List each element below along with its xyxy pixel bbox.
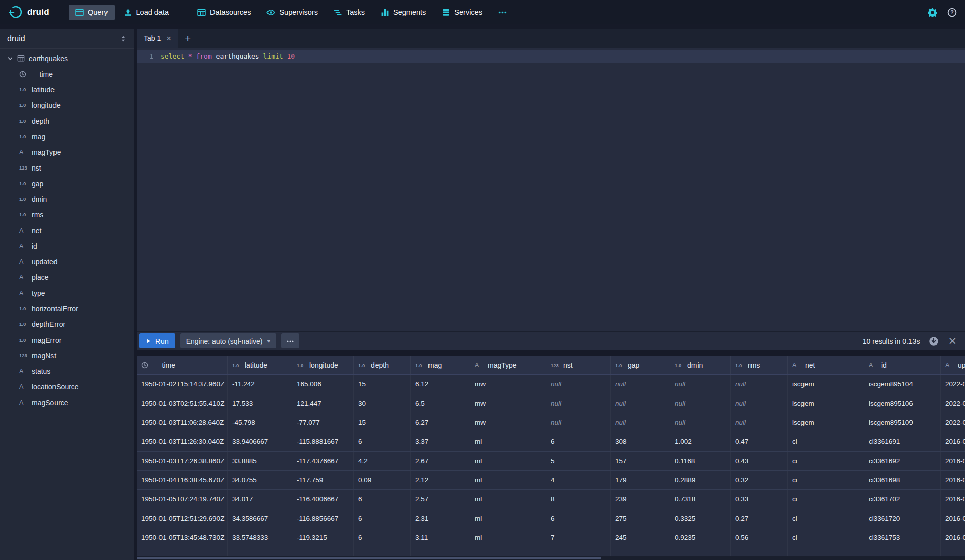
table-cell[interactable] [941, 547, 965, 556]
table-cell[interactable]: 17.533 [228, 394, 292, 413]
table-cell[interactable]: 1950-01-03T17:26:38.860Z [137, 452, 228, 470]
column-header-__time[interactable]: __time [137, 356, 228, 374]
table-cell[interactable]: 157 [611, 452, 670, 470]
table-cell[interactable]: 308 [611, 432, 670, 451]
table-cell[interactable]: 1950-01-03T11:26:30.040Z [137, 432, 228, 451]
run-button[interactable]: Run [139, 333, 175, 348]
engine-select[interactable]: Engine: auto (sql-native) ▾ [180, 333, 276, 348]
column-item-magType[interactable]: AmagType [0, 144, 134, 160]
table-cell[interactable]: iscgem895104 [864, 375, 941, 394]
table-cell[interactable]: iscgem [788, 375, 864, 394]
table-cell[interactable]: 1950-01-05T07:24:19.740Z [137, 490, 228, 509]
table-cell[interactable] [292, 547, 354, 556]
table-cell[interactable]: 0.09 [354, 471, 411, 489]
table-cell[interactable] [611, 547, 670, 556]
nav-item-segments[interactable]: Segments [374, 5, 433, 20]
table-cell[interactable]: 6 [546, 432, 611, 451]
table-cell[interactable]: 2016-0 [941, 432, 965, 451]
table-cell[interactable]: -119.3215 [292, 528, 354, 547]
column-item-nst[interactable]: 123nst [0, 160, 134, 176]
table-cell[interactable]: null [546, 394, 611, 413]
table-cell[interactable]: null [670, 375, 731, 394]
nav-item-tasks[interactable]: Tasks [327, 5, 371, 20]
table-cell[interactable]: ci [788, 490, 864, 509]
column-header-dmin[interactable]: 1.0dmin [670, 356, 731, 374]
query-more-button[interactable] [281, 333, 299, 348]
table-cell[interactable]: 3.37 [411, 432, 470, 451]
table-cell[interactable]: 34.3586667 [228, 509, 292, 528]
table-cell[interactable]: iscgem895109 [864, 413, 941, 432]
table-cell[interactable] [354, 547, 411, 556]
table-cell[interactable] [137, 547, 228, 556]
table-cell[interactable]: 2022-0 [941, 413, 965, 432]
nav-more-button[interactable] [492, 5, 513, 20]
table-cell[interactable]: -115.8881667 [292, 432, 354, 451]
table-cell[interactable]: 33.5748333 [228, 528, 292, 547]
column-item-type[interactable]: Atype [0, 285, 134, 301]
table-cell[interactable]: 6 [354, 509, 411, 528]
table-cell[interactable]: 1950-01-03T02:51:55.410Z [137, 394, 228, 413]
column-header-gap[interactable]: 1.0gap [611, 356, 670, 374]
settings-gear-icon[interactable] [928, 8, 937, 17]
table-cell[interactable]: -11.242 [228, 375, 292, 394]
table-cell[interactable]: 1950-01-02T15:14:37.960Z [137, 375, 228, 394]
table-cell[interactable]: 34.0755 [228, 471, 292, 489]
column-item-gap[interactable]: 1.0gap [0, 176, 134, 191]
column-item-locationSource[interactable]: AlocationSource [0, 379, 134, 395]
table-cell[interactable] [864, 547, 941, 556]
datasource-item-earthquakes[interactable]: earthquakes [0, 50, 134, 66]
table-cell[interactable]: -116.4006667 [292, 490, 354, 509]
table-cell[interactable]: ci3361720 [864, 509, 941, 528]
table-cell[interactable]: 2022-0 [941, 375, 965, 394]
table-cell[interactable]: -117.759 [292, 471, 354, 489]
table-cell[interactable]: null [731, 413, 788, 432]
table-cell[interactable] [546, 547, 611, 556]
table-cell[interactable]: 5 [546, 452, 611, 470]
table-cell[interactable]: 179 [611, 471, 670, 489]
column-header-mag[interactable]: 1.0mag [411, 356, 470, 374]
table-cell[interactable] [788, 547, 864, 556]
table-cell[interactable]: -117.4376667 [292, 452, 354, 470]
table-cell[interactable]: ci [788, 509, 864, 528]
table-cell[interactable]: 0.43 [731, 452, 788, 470]
table-cell[interactable]: 6.12 [411, 375, 470, 394]
column-header-upd[interactable]: Aupd [941, 356, 965, 374]
table-cell[interactable] [670, 547, 731, 556]
column-item-dmin[interactable]: 1.0dmin [0, 191, 134, 207]
table-cell[interactable]: 33.8885 [228, 452, 292, 470]
table-cell[interactable]: null [670, 394, 731, 413]
table-cell[interactable]: 8 [546, 490, 611, 509]
table-cell[interactable]: null [546, 375, 611, 394]
table-cell[interactable]: null [670, 413, 731, 432]
table-cell[interactable]: 0.56 [731, 528, 788, 547]
table-cell[interactable]: ml [470, 490, 546, 509]
table-cell[interactable]: -116.8856667 [292, 509, 354, 528]
table-cell[interactable]: 2.57 [411, 490, 470, 509]
table-cell[interactable]: 1950-01-05T12:51:29.690Z [137, 509, 228, 528]
column-item-longitude[interactable]: 1.0longitude [0, 97, 134, 113]
table-cell[interactable]: mw [470, 413, 546, 432]
table-cell[interactable]: 15 [354, 413, 411, 432]
table-cell[interactable]: 1950-01-03T11:06:28.640Z [137, 413, 228, 432]
table-cell[interactable]: 1.002 [670, 432, 731, 451]
table-cell[interactable]: ml [470, 528, 546, 547]
column-item-magSource[interactable]: AmagSource [0, 395, 134, 410]
table-cell[interactable]: 6.27 [411, 413, 470, 432]
table-cell[interactable]: 0.47 [731, 432, 788, 451]
table-cell[interactable]: ci3361698 [864, 471, 941, 489]
table-cell[interactable]: 6 [354, 432, 411, 451]
sidebar-header[interactable]: druid [0, 29, 134, 49]
table-cell[interactable]: null [611, 394, 670, 413]
table-cell[interactable]: ml [470, 432, 546, 451]
table-cell[interactable]: ci [788, 528, 864, 547]
column-item-magError[interactable]: 1.0magError [0, 332, 134, 348]
table-cell[interactable]: ci3361691 [864, 432, 941, 451]
table-cell[interactable]: null [546, 413, 611, 432]
table-cell[interactable]: 2016-0 [941, 471, 965, 489]
table-cell[interactable] [731, 547, 788, 556]
table-cell[interactable]: 4 [546, 471, 611, 489]
column-header-longitude[interactable]: 1.0longitude [292, 356, 354, 374]
table-cell[interactable]: ci [788, 452, 864, 470]
nav-item-query[interactable]: Query [69, 5, 115, 20]
table-cell[interactable]: 2016-0 [941, 452, 965, 470]
